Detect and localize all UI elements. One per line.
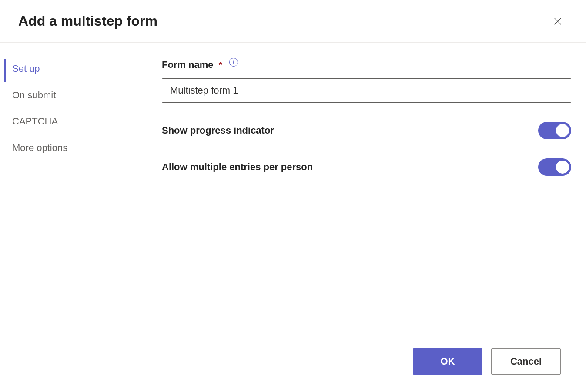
- show-progress-row: Show progress indicator: [162, 122, 571, 139]
- dialog-body: Set up On submit CAPTCHA More options Fo…: [0, 43, 586, 348]
- form-name-input[interactable]: [162, 78, 571, 103]
- toggle-knob: [556, 124, 569, 137]
- close-button[interactable]: [550, 14, 565, 29]
- form-name-label-row: Form name * i: [162, 59, 571, 70]
- info-icon[interactable]: i: [229, 58, 238, 67]
- sidebar-item-label: More options: [12, 142, 67, 153]
- allow-multiple-label: Allow multiple entries per person: [162, 161, 313, 173]
- allow-multiple-row: Allow multiple entries per person: [162, 158, 571, 176]
- dialog-footer: OK Cancel: [0, 348, 586, 392]
- sidebar-item-label: On submit: [12, 90, 56, 101]
- ok-button[interactable]: OK: [413, 348, 482, 375]
- close-icon: [553, 17, 563, 26]
- form-name-label: Form name *: [162, 59, 222, 70]
- cancel-button[interactable]: Cancel: [491, 348, 561, 375]
- dialog-header: Add a multistep form: [0, 0, 586, 43]
- main-panel: Form name * i Show progress indicator Al…: [162, 59, 586, 348]
- sidebar: Set up On submit CAPTCHA More options: [0, 59, 162, 348]
- show-progress-toggle[interactable]: [538, 122, 571, 139]
- toggle-knob: [556, 161, 569, 174]
- dialog-title: Add a multistep form: [18, 13, 157, 29]
- sidebar-item-captcha[interactable]: CAPTCHA: [4, 108, 162, 135]
- show-progress-label: Show progress indicator: [162, 125, 274, 136]
- add-multistep-form-dialog: Add a multistep form Set up On submit CA…: [0, 0, 586, 392]
- sidebar-item-set-up[interactable]: Set up: [4, 59, 162, 82]
- sidebar-item-on-submit[interactable]: On submit: [4, 82, 162, 109]
- sidebar-item-more-options[interactable]: More options: [4, 135, 162, 161]
- form-name-label-text: Form name: [162, 59, 214, 70]
- allow-multiple-toggle[interactable]: [538, 158, 571, 176]
- required-asterisk: *: [219, 60, 222, 70]
- sidebar-item-label: Set up: [12, 63, 40, 74]
- sidebar-item-label: CAPTCHA: [12, 116, 58, 127]
